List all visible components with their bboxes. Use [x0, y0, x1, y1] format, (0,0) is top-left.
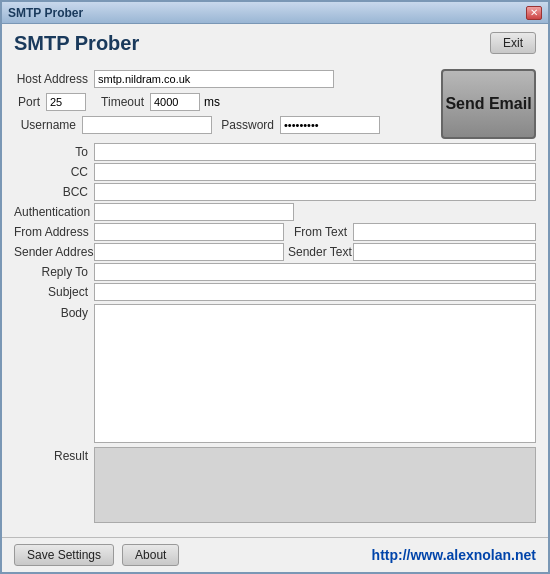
- username-input[interactable]: [82, 116, 212, 134]
- username-label: Username: [14, 118, 82, 132]
- cc-input[interactable]: [94, 163, 536, 181]
- about-button[interactable]: About: [122, 544, 179, 566]
- result-label: Result: [14, 447, 94, 463]
- authentication-label: Authentication: [14, 205, 94, 219]
- reply-to-row: Reply To: [14, 262, 536, 282]
- send-email-button[interactable]: Send Email: [441, 69, 536, 139]
- ms-label: ms: [204, 95, 220, 109]
- body-row: Body: [14, 304, 536, 443]
- to-input[interactable]: [94, 143, 536, 161]
- password-label: Password: [216, 118, 280, 132]
- authentication-input[interactable]: [94, 203, 294, 221]
- subject-label: Subject: [14, 285, 94, 299]
- result-container: [94, 447, 536, 523]
- app-title: SMTP Prober: [14, 32, 139, 55]
- from-address-label: From Address: [14, 225, 94, 239]
- body-container: [94, 304, 536, 443]
- title-bar-text: SMTP Prober: [8, 6, 83, 20]
- sender-addr-row: Sender Address Sender Text: [14, 242, 536, 262]
- reply-to-label: Reply To: [14, 265, 94, 279]
- cc-row: CC: [14, 162, 536, 182]
- result-row: Result: [14, 447, 536, 527]
- timeout-label: Timeout: [90, 95, 150, 109]
- body-textarea[interactable]: [95, 305, 535, 442]
- to-label: To: [14, 145, 94, 159]
- host-address-row: Host Address: [14, 69, 433, 89]
- from-text-label: From Text: [288, 225, 353, 239]
- subject-row: Subject: [14, 282, 536, 302]
- password-input[interactable]: [280, 116, 380, 134]
- subject-input[interactable]: [94, 283, 536, 301]
- sender-text-input[interactable]: [353, 243, 536, 261]
- timeout-input[interactable]: [150, 93, 200, 111]
- cc-label: CC: [14, 165, 94, 179]
- from-addr-row: From Address From Text: [14, 222, 536, 242]
- bcc-row: BCC: [14, 182, 536, 202]
- close-button[interactable]: ✕: [526, 6, 542, 20]
- title-bar: SMTP Prober ✕: [2, 2, 548, 24]
- body-label: Body: [14, 304, 94, 320]
- port-input[interactable]: [46, 93, 86, 111]
- auth-row: Authentication: [14, 202, 536, 222]
- user-pass-row: Username Password: [14, 115, 433, 135]
- main-content: SMTP Prober Exit Host Address Port Timeo…: [2, 24, 548, 537]
- bcc-input[interactable]: [94, 183, 536, 201]
- save-settings-button[interactable]: Save Settings: [14, 544, 114, 566]
- sender-text-label: Sender Text: [288, 245, 353, 259]
- sender-address-label: Sender Address: [14, 245, 94, 259]
- footer: Save Settings About http://www.alexnolan…: [2, 537, 548, 572]
- website-link[interactable]: http://www.alexnolan.net: [372, 547, 536, 563]
- bcc-label: BCC: [14, 185, 94, 199]
- host-address-input[interactable]: [94, 70, 334, 88]
- port-label: Port: [14, 95, 46, 109]
- from-text-input[interactable]: [353, 223, 536, 241]
- sender-address-input[interactable]: [94, 243, 284, 261]
- from-address-input[interactable]: [94, 223, 284, 241]
- port-timeout-row: Port Timeout ms: [14, 92, 433, 112]
- main-window: SMTP Prober ✕ SMTP Prober Exit Host Addr…: [0, 0, 550, 574]
- result-textarea[interactable]: [95, 448, 535, 522]
- exit-button[interactable]: Exit: [490, 32, 536, 54]
- reply-to-input[interactable]: [94, 263, 536, 281]
- host-address-label: Host Address: [14, 72, 94, 86]
- to-row: To: [14, 142, 536, 162]
